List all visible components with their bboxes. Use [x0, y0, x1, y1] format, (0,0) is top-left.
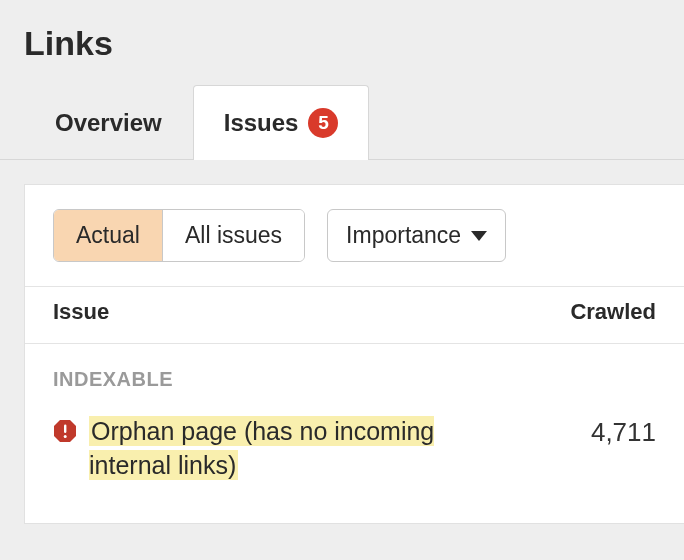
group-label-indexable: INDEXABLE [25, 344, 684, 399]
column-header-issue[interactable]: Issue [53, 299, 516, 325]
page-title: Links [0, 0, 684, 85]
tab-issues-label: Issues [224, 109, 299, 137]
table-row[interactable]: Orphan page (has no incoming internal li… [25, 399, 684, 503]
issue-filter-segment: Actual All issues [53, 209, 305, 262]
issues-count-badge: 5 [308, 108, 338, 138]
tab-overview-label: Overview [55, 109, 162, 137]
tab-overview[interactable]: Overview [24, 86, 193, 159]
filter-actual-button[interactable]: Actual [54, 210, 162, 261]
svg-marker-0 [471, 231, 487, 241]
tabs: Overview Issues 5 [0, 85, 684, 160]
filter-bar: Actual All issues Importance [25, 185, 684, 286]
issue-crawled-count: 4,711 [516, 415, 656, 448]
sort-importance-label: Importance [346, 222, 461, 249]
issue-name: Orphan page (has no incoming internal li… [89, 415, 504, 483]
filter-all-issues-button[interactable]: All issues [162, 210, 304, 261]
sort-importance-select[interactable]: Importance [327, 209, 506, 262]
issues-panel: Actual All issues Importance Issue Crawl… [24, 184, 684, 524]
chevron-down-icon [471, 231, 487, 241]
svg-point-3 [64, 435, 67, 438]
table-header-row: Issue Crawled [25, 286, 684, 344]
error-icon [53, 419, 77, 443]
tab-issues[interactable]: Issues 5 [193, 85, 370, 160]
column-header-crawled[interactable]: Crawled [516, 299, 656, 325]
svg-rect-2 [64, 425, 66, 434]
